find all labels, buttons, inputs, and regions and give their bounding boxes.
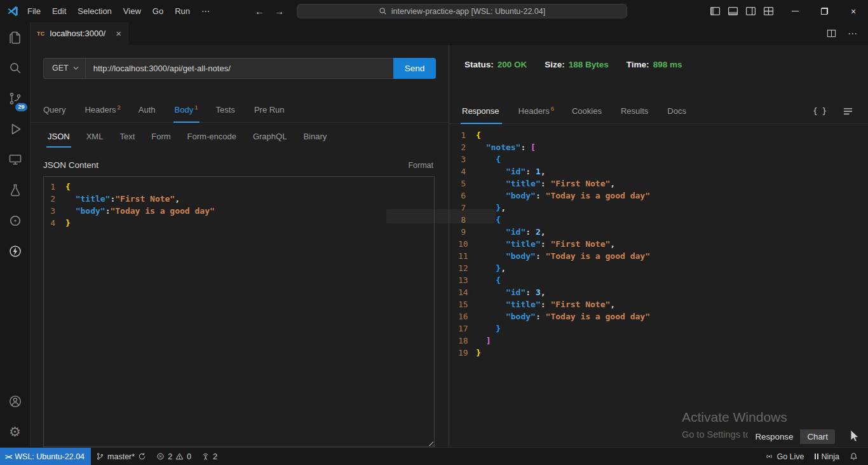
faint-notification-overlay xyxy=(386,209,496,223)
close-window-button[interactable]: × xyxy=(839,0,868,22)
response-status: Status:200 OK xyxy=(465,59,527,70)
response-view-button[interactable]: Response xyxy=(748,429,800,444)
url-input[interactable] xyxy=(86,59,393,78)
pause-icon xyxy=(815,454,818,459)
tab-response[interactable]: Response xyxy=(453,99,510,123)
menu-more-icon[interactable]: ⋯ xyxy=(196,4,215,18)
branch-name: master* xyxy=(107,452,135,461)
tab-cookies[interactable]: Cookies xyxy=(563,99,612,123)
layout-controls xyxy=(710,6,774,17)
toggle-secondary-sidebar-icon[interactable] xyxy=(745,6,756,17)
thunder-ninja-item[interactable]: Ninja xyxy=(810,448,845,465)
remote-explorer-icon[interactable] xyxy=(0,144,31,175)
editor-tab-localhost[interactable]: TC localhost:3000/ × xyxy=(31,22,128,45)
warning-count: 0 xyxy=(187,452,191,461)
minimize-button[interactable] xyxy=(780,0,810,22)
back-arrow-icon[interactable]: ← xyxy=(255,6,264,17)
response-panel: Status:200 OK Size:188 Bytes Time:898 ms… xyxy=(449,45,868,447)
menu-edit[interactable]: Edit xyxy=(46,4,72,18)
git-branch-item[interactable]: master* xyxy=(91,448,151,465)
testing-beaker-icon[interactable] xyxy=(0,175,31,205)
menu-selection[interactable]: Selection xyxy=(72,4,117,18)
tabbar-actions: ⋯ xyxy=(827,22,868,45)
chart-view-button[interactable]: Chart xyxy=(800,429,835,444)
body-tab-binary[interactable]: Binary xyxy=(295,127,335,148)
method-select[interactable]: GET xyxy=(44,59,86,78)
search-view-icon[interactable] xyxy=(0,53,31,83)
status-bar: >< WSL: Ubuntu-22.04 master* 2 0 2 Go Li… xyxy=(0,447,868,465)
toggle-panel-icon[interactable] xyxy=(728,6,738,17)
body-tab-form[interactable]: Form xyxy=(143,127,179,148)
menu-view[interactable]: View xyxy=(118,4,147,18)
error-icon xyxy=(156,452,165,461)
history-nav: ← → xyxy=(255,6,284,17)
tab-pre-run[interactable]: Pre Run xyxy=(245,98,295,122)
explorer-icon[interactable] xyxy=(0,22,31,53)
remote-indicator[interactable]: >< WSL: Ubuntu-22.04 xyxy=(0,448,91,465)
ninja-label: Ninja xyxy=(822,452,840,461)
tab-headers[interactable]: Headers2 xyxy=(76,98,129,122)
notifications-item[interactable] xyxy=(844,448,863,465)
tab-auth[interactable]: Auth xyxy=(130,98,166,122)
command-center-search[interactable]: interview-practice-app [WSL: Ubuntu-22.0… xyxy=(297,4,627,18)
go-live-item[interactable]: Go Live xyxy=(760,448,809,465)
source-control-badge: 29 xyxy=(15,103,27,111)
remote-icon: >< xyxy=(5,453,11,461)
tab-tests[interactable]: Tests xyxy=(207,98,245,122)
tab-docs[interactable]: Docs xyxy=(658,99,696,123)
braces-icon[interactable]: { } xyxy=(813,107,827,116)
editor-more-actions-icon[interactable]: ⋯ xyxy=(848,28,858,39)
go-live-label: Go Live xyxy=(776,452,804,461)
response-time: Time:898 ms xyxy=(627,59,682,70)
menu-bar: File Edit Selection View Go Run ⋯ xyxy=(22,4,215,18)
response-status-row: Status:200 OK Size:188 Bytes Time:898 ms xyxy=(465,59,853,70)
bell-icon xyxy=(850,452,858,461)
tab-results[interactable]: Results xyxy=(612,99,658,123)
thunder-client-file-icon: TC xyxy=(37,31,45,37)
settings-gear-icon[interactable]: ⚙ xyxy=(0,417,31,447)
problems-item[interactable]: 2 0 xyxy=(151,448,196,465)
body-tab-text[interactable]: Text xyxy=(111,127,143,148)
search-icon xyxy=(379,7,387,15)
menu-go[interactable]: Go xyxy=(147,4,169,18)
toggle-sidebar-icon[interactable] xyxy=(710,6,721,17)
extension-circle-icon[interactable] xyxy=(0,205,31,236)
menu-file[interactable]: File xyxy=(22,4,46,18)
forward-arrow-icon[interactable]: → xyxy=(275,6,284,17)
response-actions: { } xyxy=(813,107,864,116)
customize-layout-icon[interactable] xyxy=(763,6,774,17)
restore-button[interactable] xyxy=(810,0,839,22)
split-editor-icon[interactable] xyxy=(827,29,836,38)
tab-body[interactable]: Body1 xyxy=(166,98,207,122)
response-size: Size:188 Bytes xyxy=(545,59,609,70)
source-control-icon[interactable]: 29 xyxy=(0,83,31,114)
resize-handle[interactable] xyxy=(426,439,433,446)
json-body-editor[interactable]: 1{2 "title":"First Note",3 "body":"Today… xyxy=(43,176,435,447)
body-tab-graphql[interactable]: GraphQL xyxy=(245,127,295,148)
menu-lines-icon[interactable] xyxy=(843,108,853,115)
body-tab-form-encode[interactable]: Form-encode xyxy=(179,127,245,148)
body-type-tabs: JSON XML Text Form Form-encode GraphQL B… xyxy=(39,127,440,148)
response-tabs: Response Headers6 Cookies Results Docs {… xyxy=(449,99,868,124)
tab-query[interactable]: Query xyxy=(34,98,76,122)
json-content-label: JSON Content xyxy=(43,160,98,170)
ports-item[interactable]: 2 xyxy=(196,448,222,465)
run-debug-icon[interactable] xyxy=(0,114,31,144)
format-button[interactable]: Format xyxy=(408,161,433,170)
mouse-cursor xyxy=(850,429,860,443)
menu-run[interactable]: Run xyxy=(169,4,196,18)
response-body-code[interactable]: 1{2 "notes": [3 {4 "id": 1,5 "title": "F… xyxy=(458,129,868,359)
body-tab-json[interactable]: JSON xyxy=(39,127,78,148)
send-button[interactable]: Send xyxy=(393,58,436,79)
tab-response-headers[interactable]: Headers6 xyxy=(510,99,563,123)
body-tab-xml[interactable]: XML xyxy=(78,127,112,148)
warning-icon xyxy=(175,452,184,461)
response-chart-toggle: Response Chart xyxy=(748,429,835,444)
error-count: 2 xyxy=(168,452,172,461)
tab-close-icon[interactable]: × xyxy=(116,28,121,39)
request-tabs: Query Headers2 Auth Body1 Tests Pre Run xyxy=(31,98,449,123)
thunder-client-icon[interactable] xyxy=(0,236,31,267)
request-body-code: 1{2 "title":"First Note",3 "body":"Today… xyxy=(44,181,434,229)
sync-icon[interactable] xyxy=(138,452,146,461)
accounts-icon[interactable] xyxy=(0,386,31,417)
